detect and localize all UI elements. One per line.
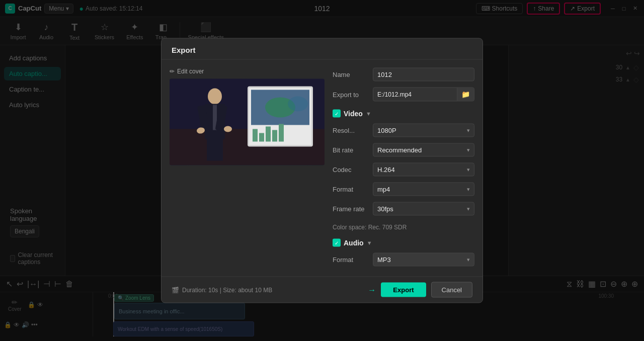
resolution-select[interactable]: 1080P ▾ xyxy=(373,124,474,137)
name-field-row: Name xyxy=(333,68,474,81)
audio-format-label: Format xyxy=(333,256,373,264)
pencil-cover-icon: ✏ xyxy=(170,68,175,75)
audio-check[interactable]: ✓ xyxy=(333,239,341,247)
svg-rect-8 xyxy=(259,133,264,142)
bitrate-value: Recommended xyxy=(377,146,422,154)
export-to-field-row: Export to 📁 xyxy=(333,88,474,102)
format-label: Format xyxy=(333,186,373,193)
svg-point-6 xyxy=(288,97,308,112)
codec-select[interactable]: H.264 ▾ xyxy=(373,163,474,177)
svg-rect-7 xyxy=(253,129,258,142)
export-path-field: 📁 xyxy=(373,88,474,102)
svg-rect-11 xyxy=(279,124,284,142)
export-dialog: Export ✏ Edit cover xyxy=(161,38,483,303)
bitrate-row: Bit rate Recommended ▾ xyxy=(333,143,474,157)
format-row: Format mp4 ▾ xyxy=(333,183,474,196)
export-action-button[interactable]: Export xyxy=(381,283,426,297)
framerate-row: Frame rate 30fps ▾ xyxy=(333,202,474,216)
audio-section-header: ✓ Audio ▼ xyxy=(333,239,474,247)
bitrate-chevron: ▾ xyxy=(467,147,470,153)
bitrate-select[interactable]: Recommended ▾ xyxy=(373,143,474,157)
cancel-button[interactable]: Cancel xyxy=(431,282,472,298)
codec-label: Codec xyxy=(333,166,373,174)
audio-arrow-icon: ▼ xyxy=(367,240,372,246)
audio-format-select[interactable]: MP3 ▾ xyxy=(373,253,474,267)
film-icon: 🎬 xyxy=(172,286,179,293)
resolution-value: 1080P xyxy=(377,127,396,134)
dialog-footer: 🎬 Duration: 10s | Size: about 10 MB → Ex… xyxy=(162,277,482,303)
preview-svg xyxy=(170,79,325,165)
framerate-label: Frame rate xyxy=(333,205,373,213)
svg-rect-10 xyxy=(272,130,277,142)
dialog-preview: ✏ Edit cover xyxy=(162,60,333,277)
framerate-select[interactable]: 30fps ▾ xyxy=(373,202,474,216)
video-section-header: ✓ Video ▼ xyxy=(333,110,474,118)
export-to-label: Export to xyxy=(333,91,373,98)
audio-format-row: Format MP3 ▾ xyxy=(333,253,474,267)
folder-browse-button[interactable]: 📁 xyxy=(457,88,474,101)
name-input[interactable] xyxy=(373,68,474,81)
resolution-chevron: ▾ xyxy=(467,127,470,134)
name-label: Name xyxy=(333,71,373,78)
codec-value: H.264 xyxy=(377,166,395,174)
export-path-input[interactable] xyxy=(373,89,457,101)
video-arrow-icon: ▼ xyxy=(366,111,371,117)
svg-point-12 xyxy=(208,89,222,105)
codec-chevron: ▾ xyxy=(467,166,470,173)
codec-row: Codec H.264 ▾ xyxy=(333,163,474,177)
svg-rect-19 xyxy=(207,138,215,161)
preview-thumbnail xyxy=(170,79,325,165)
svg-rect-20 xyxy=(215,138,223,161)
dialog-body: ✏ Edit cover xyxy=(162,60,482,277)
settings-scroll: ✓ Video ▼ Resol... 1080P ▾ Bit rate Reco… xyxy=(333,108,474,273)
audio-section-title: Audio xyxy=(344,239,364,247)
footer-info: 🎬 Duration: 10s | Size: about 10 MB xyxy=(172,286,272,293)
video-check[interactable]: ✓ xyxy=(333,110,341,118)
color-space-info: Color space: Rec. 709 SDR xyxy=(333,222,474,231)
duration-size-info: Duration: 10s | Size: about 10 MB xyxy=(182,286,272,293)
framerate-value: 30fps xyxy=(377,205,393,213)
framerate-chevron: ▾ xyxy=(467,206,470,212)
dialog-title: Export xyxy=(162,39,482,60)
video-section-title: Video xyxy=(344,110,363,118)
preview-inner xyxy=(170,79,325,165)
format-select[interactable]: mp4 ▾ xyxy=(373,183,474,196)
resolution-label: Resol... xyxy=(333,127,373,134)
format-chevron: ▾ xyxy=(467,186,470,193)
arrow-indicator: → xyxy=(368,285,376,294)
edit-cover-button[interactable]: ✏ Edit cover xyxy=(170,68,325,75)
resolution-row: Resol... 1080P ▾ xyxy=(333,124,474,137)
svg-point-18 xyxy=(224,126,232,132)
svg-rect-9 xyxy=(266,127,271,142)
bitrate-label: Bit rate xyxy=(333,146,373,154)
audio-format-chevron: ▾ xyxy=(467,257,470,263)
dialog-settings: Name Export to 📁 ✓ Video ▼ Res xyxy=(333,60,482,277)
format-value: mp4 xyxy=(377,186,390,193)
audio-format-value: MP3 xyxy=(377,256,391,264)
